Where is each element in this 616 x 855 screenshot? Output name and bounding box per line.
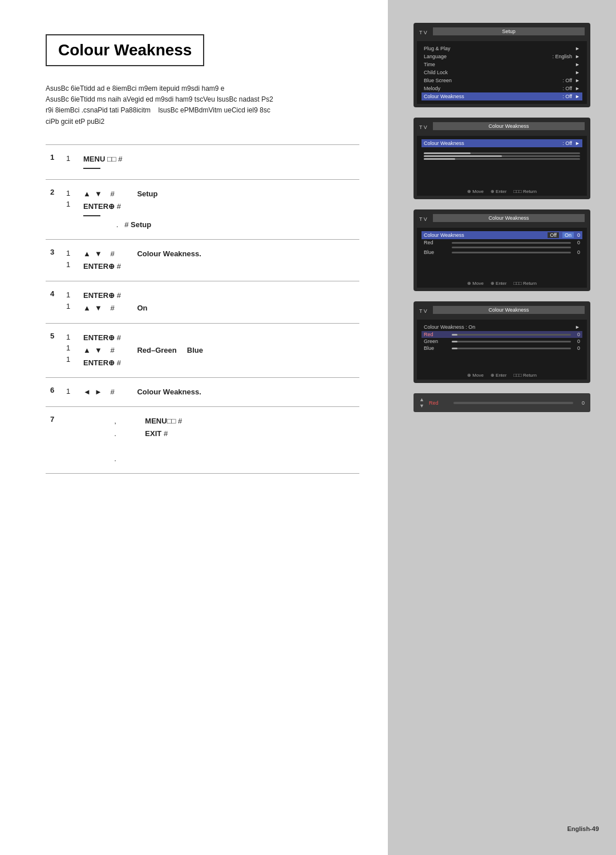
tv-screen-1: T V Setup Plug & Play► Language: English…: [414, 23, 590, 107]
footer-return-3: □□□ Return: [513, 281, 537, 286]
tv-label-2: T V: [419, 124, 427, 130]
sidebar: T V Setup Plug & Play► Language: English…: [388, 0, 616, 855]
bottom-slider-widget: ▲ ▼ Red 0: [414, 393, 590, 412]
intro-text: AsusBc 6ieTtidd ad e 8iemBci m9em itepui…: [46, 83, 359, 127]
slider-row-3: [422, 158, 582, 160]
step-content-1: MENU □□ #: [79, 144, 359, 179]
bottom-slider-val: 0: [578, 400, 585, 406]
page-footer: English-49: [567, 808, 599, 832]
step-sub-2: 11: [62, 179, 79, 239]
tv-screen-3: T V Colour Weakness Colour Weakness Off …: [414, 209, 590, 291]
tv-menu-2: Colour Weakness: Off ►: [417, 136, 587, 187]
menu-colour-weakness: Colour Weakness: Off ►: [422, 92, 582, 100]
steps-table: 1 1 MENU □□ # 2 11 ▲ ▼ # Setup ENTER⊕ #: [46, 144, 359, 474]
step-6: 6 1 ◄ ► # Colour Weakness.: [46, 377, 359, 406]
step-sub-1: 1: [62, 144, 79, 179]
slider-red-4: Red 0: [422, 331, 582, 338]
bottom-slider-track: [453, 402, 573, 404]
step-num-6: 6: [46, 377, 62, 406]
step-7: 7 , MENU□□ # . EXIT # .: [46, 406, 359, 473]
menu-melody: Melody: Off ►: [422, 84, 582, 92]
footer-move-2: ⊕ Move: [467, 189, 484, 194]
tv-footer-3: ⊕ Move ⊕ Enter □□□ Return: [417, 279, 587, 288]
footer-enter-2: ⊕ Enter: [491, 189, 506, 194]
menu-cw-on: Colour Weakness : On►: [422, 323, 582, 331]
tv-menu-3: Colour Weakness Off On 0 Red 0 Blue: [417, 228, 587, 279]
tv-footer-2: ⊕ Move ⊕ Enter □□□ Return: [417, 187, 587, 196]
footer-return-4: □□□ Return: [513, 373, 537, 378]
step-num-2: 2: [46, 179, 62, 239]
menu-plug-play: Plug & Play►: [422, 45, 582, 53]
step-num-4: 4: [46, 281, 62, 323]
up-down-arrows: ▲ ▼: [419, 397, 424, 409]
slider-green-4: Green 0: [422, 338, 582, 345]
footer-enter-3: ⊕ Enter: [491, 281, 506, 286]
main-content: Colour Weakness AsusBc 6ieTtidd ad e 8ie…: [0, 0, 388, 855]
step-2: 2 11 ▲ ▼ # Setup ENTER⊕ # . # Setup: [46, 179, 359, 239]
step-sub-4: 11: [62, 281, 79, 323]
tv-menu-4: Colour Weakness : On► Red 0 Green 0 Blue…: [417, 320, 587, 371]
step-content-6: ◄ ► # Colour Weakness.: [79, 377, 359, 406]
step-num-7: 7: [46, 406, 62, 473]
menu-time: Time►: [422, 61, 582, 68]
slider-red-3: Red 0: [422, 239, 582, 246]
step-content-3: ▲ ▼ # Colour Weakness. ENTER⊕ #: [79, 240, 359, 281]
tv-screen-2: T V Colour Weakness Colour Weakness: Off…: [414, 118, 590, 199]
step-5: 5 111 ENTER⊕ # ▲ ▼ # Red–Green Blue ENTE…: [46, 323, 359, 377]
step-sub-5: 111: [62, 323, 79, 377]
step-content-5: ENTER⊕ # ▲ ▼ # Red–Green Blue ENTER⊕ #: [79, 323, 359, 377]
step-num-5: 5: [46, 323, 62, 377]
tv-menu-1: Plug & Play► Language: English ► Time► C…: [417, 41, 587, 104]
page-title: Colour Weakness: [46, 34, 204, 66]
tv-label-3: T V: [419, 216, 427, 222]
step-num-3: 3: [46, 240, 62, 281]
menu-cw-off: Colour Weakness: Off ►: [422, 139, 582, 147]
step-content-7: , MENU□□ # . EXIT # .: [79, 406, 359, 473]
step-num-1: 1: [46, 144, 62, 179]
step-sub-7: [62, 406, 79, 473]
bottom-slider-label: Red: [429, 400, 449, 406]
menu-child-lock: Child Lock►: [422, 68, 582, 76]
slider-blue-3: Blue 0: [422, 249, 582, 256]
step-1: 1 1 MENU □□ #: [46, 144, 359, 179]
footer-enter-4: ⊕ Enter: [491, 373, 506, 378]
footer-move-4: ⊕ Move: [467, 373, 484, 378]
step-sub-3: 11: [62, 240, 79, 281]
tv-label-1: T V: [419, 30, 427, 35]
footer-return-2: □□□ Return: [513, 189, 537, 194]
tv-screen-4: T V Colour Weakness Colour Weakness : On…: [414, 301, 590, 383]
slider-blue-4: Blue 0: [422, 345, 582, 352]
menu-blue-screen: Blue Screen: Off ►: [422, 76, 582, 84]
step-4: 4 11 ENTER⊕ # ▲ ▼ # On: [46, 281, 359, 323]
step-3: 3 11 ▲ ▼ # Colour Weakness. ENTER⊕ #: [46, 240, 359, 281]
step-content-2: ▲ ▼ # Setup ENTER⊕ # . # Setup: [79, 179, 359, 239]
menu-language: Language: English ►: [422, 53, 582, 61]
tv-footer-4: ⊕ Move ⊕ Enter □□□ Return: [417, 371, 587, 380]
step-sub-6: 1: [62, 377, 79, 406]
tv-label-4: T V: [419, 308, 427, 314]
step-content-4: ENTER⊕ # ▲ ▼ # On: [79, 281, 359, 323]
footer-move-3: ⊕ Move: [467, 281, 484, 286]
